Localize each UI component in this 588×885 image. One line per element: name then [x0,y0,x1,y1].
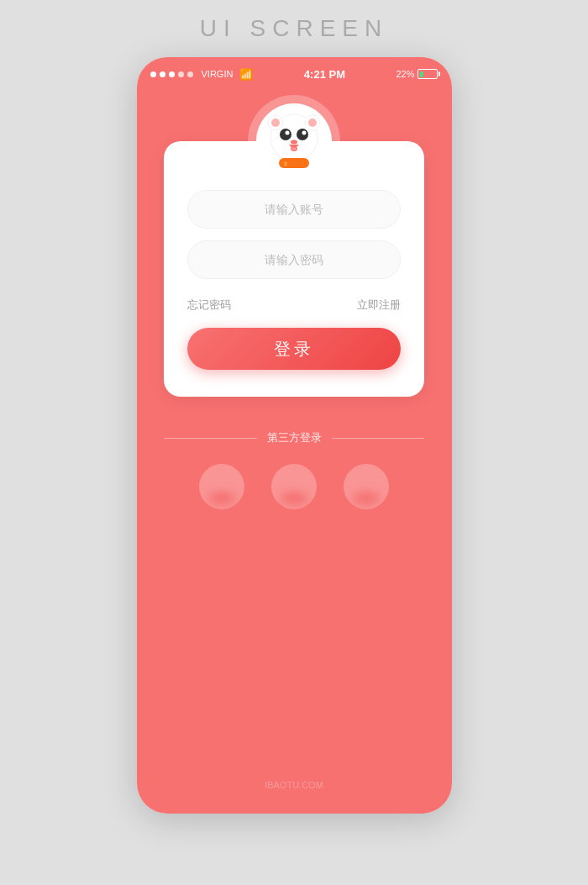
svg-point-2 [271,119,280,127]
status-time: 4:21 PM [304,68,345,81]
signal-dot-1 [150,71,156,77]
login-button[interactable]: 登录 [187,328,401,370]
mascot-icon [260,108,328,175]
page-header-label: UI SCREEN [200,15,388,42]
divider-line-left [164,438,257,439]
app-content: 忘记密码 立即注册 登录 第三方登录 IBAOTU.COM [137,91,452,814]
signal-dot-4 [178,71,184,77]
third-party-section: 第三方登录 [164,430,424,509]
links-row: 忘记密码 立即注册 [187,298,401,313]
svg-point-8 [302,131,307,135]
avatar-inner [256,103,332,179]
register-link[interactable]: 立即注册 [357,298,401,313]
divider-row: 第三方登录 [164,430,424,445]
login-card: 忘记密码 立即注册 登录 [164,141,424,397]
social-button-3[interactable] [344,464,389,509]
bottom-credit: IBAOTU.COM [265,780,323,790]
svg-point-7 [286,131,290,135]
social-button-2[interactable] [271,464,317,509]
social-button-1[interactable] [199,464,244,509]
password-input[interactable] [187,240,401,279]
carrier-label: VIRGIN [202,69,234,79]
username-input[interactable] [187,190,401,229]
svg-point-9 [291,140,297,145]
svg-point-4 [308,119,317,127]
social-row [199,464,389,509]
status-left: VIRGIN 📶 [150,68,254,81]
svg-point-6 [297,129,308,140]
wifi-icon: 📶 [239,68,253,81]
svg-rect-13 [284,161,287,166]
signal-dot-2 [160,71,165,77]
battery-percentage: 22% [396,69,414,79]
signal-dot-5 [187,71,193,77]
battery-icon [417,69,438,79]
forgot-password-link[interactable]: 忘记密码 [187,298,231,313]
svg-rect-12 [279,158,309,168]
divider-line-right [332,438,425,439]
svg-point-5 [280,129,291,140]
third-party-label: 第三方登录 [267,430,322,445]
signal-dot-3 [169,71,175,77]
avatar-container [248,95,340,187]
battery-fill [420,71,423,77]
phone-frame: VIRGIN 📶 4:21 PM 22% [137,57,452,814]
svg-point-11 [291,148,297,150]
status-right: 22% [396,69,438,79]
status-bar: VIRGIN 📶 4:21 PM 22% [137,57,452,91]
